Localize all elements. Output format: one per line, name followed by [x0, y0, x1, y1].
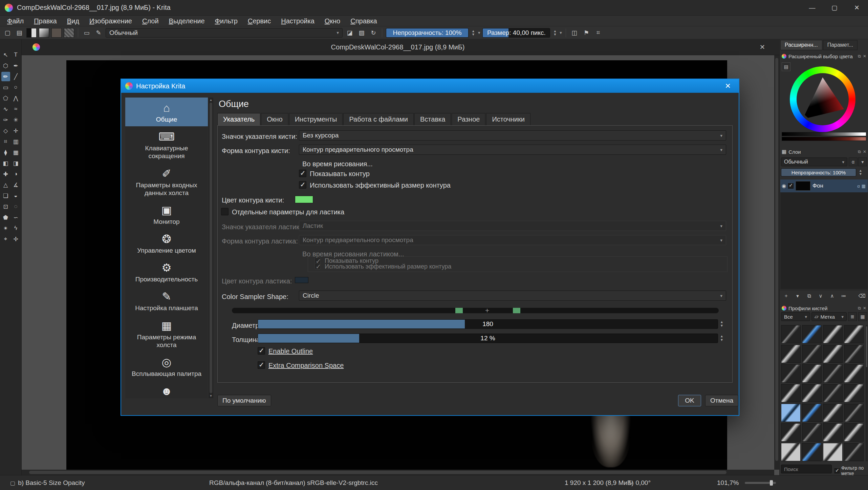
tool-select-freehand[interactable]: ∽: [12, 213, 20, 222]
brush-preset-tile[interactable]: [823, 364, 843, 383]
brush-preset-tile[interactable]: [781, 404, 801, 422]
tag-combo[interactable]: ▱ Метка ▾: [811, 312, 847, 321]
blend-mode-combo[interactable]: Обычный ▾: [781, 157, 847, 166]
show-outline-checkbox[interactable]: [299, 170, 306, 177]
settings-category-popup-palette[interactable]: ◎ Всплывающая палитра: [125, 352, 208, 381]
zoom-value[interactable]: 101,7%: [717, 479, 739, 487]
float-docker-icon[interactable]: ⧉: [858, 306, 861, 311]
delete-layer-button[interactable]: ⌫: [857, 292, 867, 300]
extra-space-checkbox[interactable]: [258, 361, 265, 369]
settings-category-shortcuts[interactable]: ⌨ Клавиатурные сокращения: [125, 126, 208, 163]
brush-preset-tile[interactable]: [844, 423, 864, 442]
settings-category-general[interactable]: ⌂ Общие: [125, 98, 208, 126]
preset-filter-combo[interactable]: Все ▾: [781, 312, 810, 321]
mirror-icon[interactable]: ◫: [570, 28, 579, 38]
gradient-chip[interactable]: [39, 28, 49, 38]
layer-style-icon[interactable]: ▦: [862, 184, 866, 189]
menu-item[interactable]: Выделение: [164, 16, 210, 26]
settings-category-tablet[interactable]: ✎ Настройка планшета: [125, 286, 208, 315]
open-document-icon[interactable]: ▤: [15, 28, 24, 38]
tool-reference-images[interactable]: ❏: [1, 191, 10, 200]
symmetry-icon[interactable]: ⚑: [582, 28, 591, 38]
tool-freehand-path[interactable]: ≈: [12, 104, 20, 114]
thickness-stepper[interactable]: ▲▼: [720, 334, 723, 342]
canvas-vscrollbar[interactable]: [774, 55, 779, 470]
layer-visibility-icon[interactable]: ◉: [782, 183, 786, 189]
tool-edit-shapes[interactable]: ⬡: [1, 61, 10, 70]
preserve-alpha-icon[interactable]: ▨: [357, 28, 366, 38]
settings-tab[interactable]: Работа с файлами: [343, 113, 414, 125]
tool-select-rectangular[interactable]: ⊡: [1, 202, 10, 211]
tool-gradient[interactable]: ▥: [12, 137, 20, 146]
tool-smart-patch[interactable]: ✚: [1, 169, 10, 179]
alpha-lock-icon[interactable]: α: [857, 184, 860, 189]
ok-button[interactable]: OK: [678, 395, 701, 406]
add-layer-button[interactable]: ＋: [781, 292, 791, 300]
brush-preset-tile[interactable]: [823, 443, 843, 461]
tool-select-shapes[interactable]: ↖: [1, 50, 10, 60]
shade-gradient-strip[interactable]: [782, 137, 866, 141]
zoom-slider[interactable]: [745, 482, 776, 484]
settings-tab[interactable]: Указатель: [217, 113, 260, 125]
value-gradient-strip[interactable]: [782, 132, 866, 136]
preset-search-input[interactable]: Поиск: [781, 465, 832, 473]
diameter-stepper[interactable]: ▲▼: [720, 320, 723, 327]
duplicate-layer-button[interactable]: ⧉: [804, 292, 814, 300]
float-docker-icon[interactable]: ⧉: [858, 149, 861, 154]
document-close-icon[interactable]: ✕: [756, 43, 769, 51]
layer-properties-button[interactable]: ≔: [839, 292, 849, 300]
effective-size-checkbox[interactable]: [299, 181, 306, 189]
tool-line[interactable]: ╱: [12, 72, 20, 81]
lock-layer-button[interactable]: ▾: [858, 157, 867, 166]
zoom-slider-thumb[interactable]: [770, 480, 773, 486]
menu-item[interactable]: Сервис: [243, 16, 276, 26]
settings-tab[interactable]: Разное: [452, 113, 485, 125]
cursor-icon-combo[interactable]: Без курсора ▾: [299, 130, 726, 141]
layer-row[interactable]: ◉ Фон α ▦: [780, 179, 868, 192]
brush-preset-tile[interactable]: [781, 364, 801, 383]
brush-preset-tile[interactable]: [781, 384, 801, 402]
tool-dynamic-brush[interactable]: ✑: [1, 115, 10, 125]
close-docker-icon[interactable]: ✕: [863, 54, 866, 59]
tool-lazy-brush[interactable]: ◒: [12, 191, 20, 200]
dialog-titlebar[interactable]: Настройка Krita ✕: [121, 79, 739, 93]
tool-ellipse[interactable]: ○: [12, 83, 20, 92]
tool-pan[interactable]: ✢: [12, 234, 20, 244]
opacity-spinbox[interactable]: Непрозрачность: 100%: [386, 28, 469, 38]
brush-preset-tile[interactable]: [781, 345, 801, 363]
chevron-down-icon[interactable]: ▾: [478, 30, 480, 35]
opacity-stepper[interactable]: ▲▼: [471, 29, 476, 36]
outline-shape-combo[interactable]: Контур предварительного просмотра ▾: [299, 145, 726, 155]
edit-brush-settings-icon[interactable]: ✎: [94, 28, 103, 38]
new-document-icon[interactable]: ▢: [3, 28, 12, 38]
tool-color-sampler[interactable]: ⧫: [1, 148, 10, 157]
dialog-close-icon[interactable]: ✕: [721, 82, 735, 90]
settings-tab[interactable]: Вставка: [414, 113, 451, 125]
grid-view-icon[interactable]: ▦: [858, 312, 867, 321]
rotation-icon[interactable]: ↻: [628, 480, 633, 486]
settings-category-canvas-input[interactable]: ✐ Параметры входных данных холста: [125, 163, 208, 200]
menu-item[interactable]: Файл: [2, 16, 29, 26]
settings-tab[interactable]: Окно: [261, 113, 288, 125]
menu-item[interactable]: Слой: [137, 16, 164, 26]
menu-item[interactable]: Вид: [62, 16, 84, 26]
close-docker-icon[interactable]: ✕: [863, 149, 866, 154]
brush-preset-tile[interactable]: [781, 423, 801, 442]
fg-bg-color-chip[interactable]: [26, 28, 37, 38]
brush-preset-combo[interactable]: Обычный ▾: [106, 28, 343, 38]
menu-item[interactable]: Окно: [320, 16, 345, 26]
docker-tab[interactable]: Расширенн...: [780, 40, 822, 50]
brush-preset-tile[interactable]: [823, 325, 843, 343]
brush-preset-tile[interactable]: [802, 364, 822, 383]
colorspace-label[interactable]: RGB/альфа-канал (8-бит/канал) sRGB-elle-…: [209, 479, 378, 487]
defaults-button[interactable]: По умолчанию: [217, 395, 271, 406]
tool-measure[interactable]: ∡: [12, 180, 20, 190]
move-layer-up-button[interactable]: ∧: [827, 292, 837, 300]
tool-select-magnetic[interactable]: ϟ: [12, 223, 20, 233]
close-docker-icon[interactable]: ✕: [863, 306, 866, 311]
thickness-slider[interactable]: 12 %: [258, 334, 718, 343]
inherit-alpha-button[interactable]: α: [849, 157, 858, 166]
enable-outline-checkbox[interactable]: [258, 347, 265, 355]
tool-move[interactable]: ✛: [12, 126, 20, 135]
brush-preset-tile[interactable]: [781, 443, 801, 461]
